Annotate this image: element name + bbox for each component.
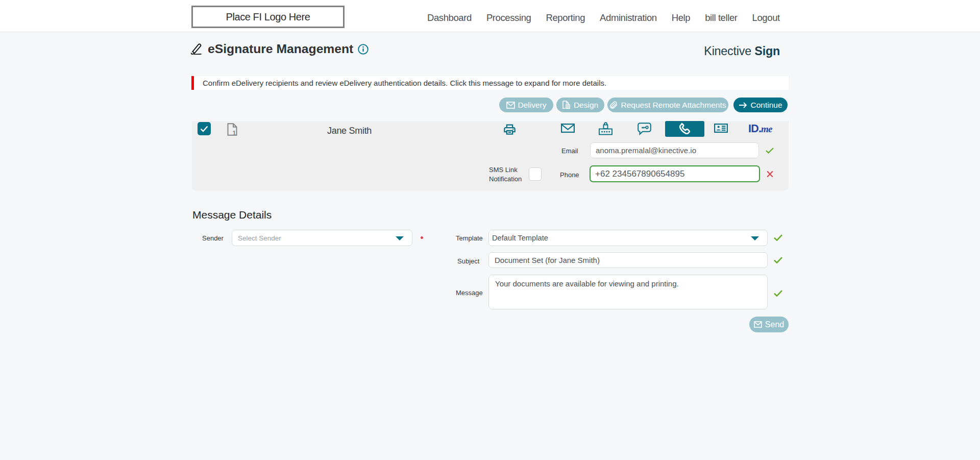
- svg-text:1: 1: [233, 130, 236, 136]
